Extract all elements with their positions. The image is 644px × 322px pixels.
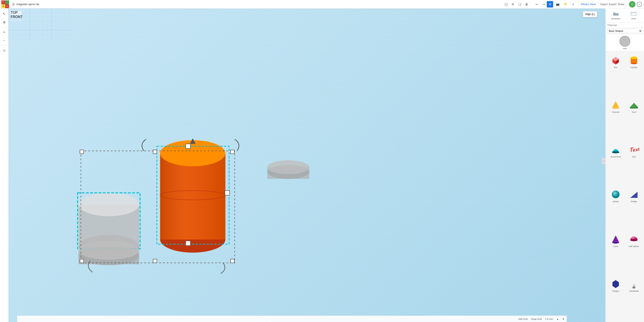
fit-button[interactable]: ⊙ (1, 47, 8, 54)
pan-tool-button[interactable]: ⊕ (1, 19, 8, 25)
svg-point-12 (160, 140, 226, 161)
svg-rect-21 (230, 150, 234, 154)
svg-rect-19 (81, 151, 235, 161)
sidebar-separator (2, 27, 7, 27)
svg-point-28 (267, 160, 309, 161)
left-sidebar: ↖ ⊕ + − ⊙ (0, 9, 8, 161)
cube-top-face: TOP (11, 11, 22, 15)
logo-t: T (1, 1, 5, 4)
svg-rect-24 (153, 150, 157, 154)
svg-rect-15 (186, 144, 190, 149)
logo-k: K (5, 4, 9, 8)
svg-marker-18 (190, 138, 196, 144)
cube-front-face: FRONT (11, 15, 22, 22)
small-gray-disc (267, 160, 309, 161)
zoom-in-button[interactable]: + (1, 29, 8, 36)
svg-rect-11 (160, 153, 226, 161)
tinkercad-logo: T I N K (1, 1, 9, 8)
hamburger-icon: ☰ (12, 3, 15, 6)
zoom-out-button[interactable]: − (1, 37, 8, 44)
hamburger-menu-button[interactable]: ☰ (10, 1, 16, 7)
logo-n: N (1, 4, 5, 8)
project-name: magnetic apron tie (16, 3, 322, 6)
svg-rect-20 (80, 150, 84, 154)
sidebar-separator2 (2, 45, 7, 46)
header: T I N K ☰ magnetic apron tie ⬜ ⧉ ❑ 🗑 ↩ ↪ (0, 0, 322, 9)
orientation-cube[interactable]: TOP FRONT (11, 11, 26, 26)
logo-i: I (5, 1, 9, 4)
svg-rect-10 (160, 153, 226, 161)
svg-rect-14 (157, 146, 229, 161)
canvas-area[interactable]: TOP FRONT Edit Grid Snap Grid 1.0 mm ▲ ▼ (8, 9, 322, 161)
orange-cylinder-group (157, 138, 230, 161)
select-tool-button[interactable]: ↖ (1, 11, 8, 17)
